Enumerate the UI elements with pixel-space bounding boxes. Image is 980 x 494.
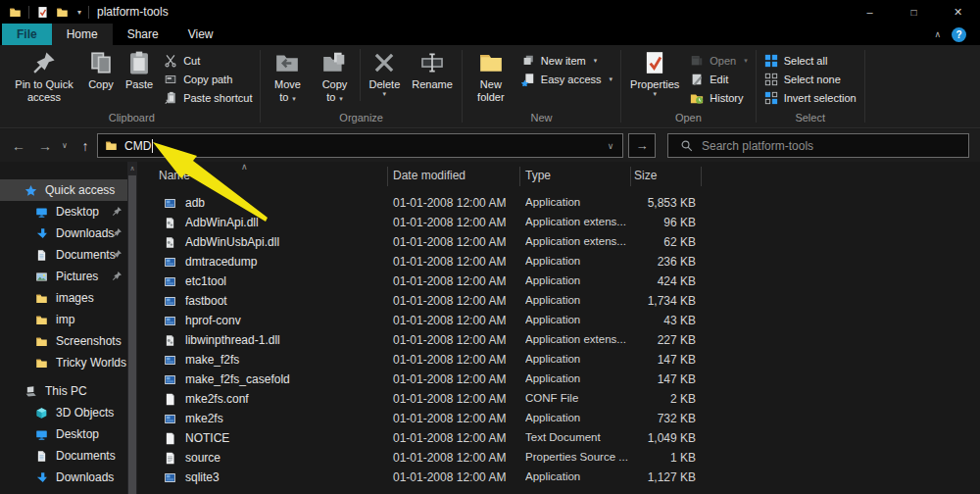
move-to-button[interactable]: Move to ▾ [264, 45, 311, 104]
back-button[interactable]: ← [8, 135, 29, 156]
go-button[interactable]: → [628, 133, 656, 158]
pin-icon[interactable] [112, 206, 122, 217]
sidebar-item-imp[interactable]: imp [0, 309, 127, 330]
file-date-modified: 01-01-2008 12:00 AM [393, 372, 506, 386]
sidebar-item-screenshots[interactable]: Screenshots [0, 330, 127, 352]
search-input[interactable] [702, 139, 947, 153]
file-row-libwinpthread-1-dll[interactable]: libwinpthread-1.dll01-01-2008 12:00 AMAp… [147, 331, 980, 351]
invert-selection-button[interactable]: Invert selection [760, 88, 861, 107]
minimize-button[interactable]: – [848, 0, 892, 24]
cut-button[interactable]: Cut [159, 51, 257, 70]
app-icon [164, 354, 176, 367]
rename-icon [419, 50, 445, 75]
sidebar-item-tricky-worlds[interactable]: Tricky Worlds [0, 352, 127, 373]
app-icon [164, 373, 176, 386]
copy-button[interactable]: Copy [82, 45, 120, 91]
file-row-fastboot[interactable]: fastboot01-01-2008 12:00 AMApplication1,… [147, 292, 980, 312]
copy-path-button[interactable]: Copy path [159, 70, 257, 88]
file-row-adbwinusbapi-dll[interactable]: AdbWinUsbApi.dll01-01-2008 12:00 AMAppli… [147, 233, 980, 253]
edit-button[interactable]: Edit [685, 70, 752, 88]
delete-button[interactable]: Delete▾ [363, 45, 406, 97]
forward-button[interactable]: → [34, 135, 56, 156]
sidebar-item-desktop[interactable]: Desktop [0, 423, 127, 445]
recent-locations-chevron-icon[interactable]: ∨ [58, 135, 72, 156]
file-row-mke2fs[interactable]: mke2fs01-01-2008 12:00 AMApplication732 … [147, 410, 980, 429]
scrollbar-thumb[interactable] [128, 175, 136, 494]
history-button[interactable]: History [685, 88, 752, 107]
file-row-mke2fs-conf[interactable]: mke2fs.conf01-01-2008 12:00 AMCONF File2… [147, 390, 980, 410]
sidebar-item-documents[interactable]: Documents [0, 445, 127, 467]
copy-to-button[interactable]: Copy to ▾ [311, 45, 358, 104]
search-icon [680, 139, 693, 152]
select-all-button[interactable]: Select all [760, 51, 861, 70]
help-icon[interactable]: ? [952, 27, 966, 42]
sidebar-item-downloads[interactable]: Downloads [0, 222, 127, 244]
tab-file[interactable]: File [2, 24, 52, 45]
cube-icon [35, 407, 48, 420]
tab-view[interactable]: View [173, 24, 228, 45]
file-row-etc1tool[interactable]: etc1tool01-01-2008 12:00 AMApplication42… [147, 272, 980, 292]
rename-button[interactable]: Rename [406, 45, 459, 91]
address-dropdown-button[interactable]: ∨ [599, 133, 623, 158]
sidebar-item-pictures[interactable]: Pictures [0, 266, 127, 287]
file-size: 424 KB [612, 274, 696, 288]
file-row-notice[interactable]: NOTICE01-01-2008 12:00 AMText Document1,… [147, 429, 980, 449]
open-button[interactable]: Open▾ [685, 51, 752, 70]
properties-button[interactable]: Properties▾ [624, 45, 685, 97]
paste-shortcut-button[interactable]: Paste shortcut [159, 88, 257, 107]
sidebar-item-this-pc[interactable]: This PC [0, 380, 127, 402]
up-button[interactable]: ↑ [74, 135, 96, 156]
sidebar-item-3d-objects[interactable]: 3D Objects [0, 402, 127, 423]
select-none-button[interactable]: Select none [760, 70, 861, 88]
scrollbar-up-icon[interactable]: ∧ [127, 162, 137, 174]
column-header-name[interactable]: Name [159, 169, 190, 182]
sidebar-item-documents[interactable]: Documents [0, 244, 127, 266]
column-header-type[interactable]: Type [525, 169, 551, 182]
sidebar-item-downloads[interactable]: Downloads [0, 467, 127, 488]
pin-to-quick-access-button[interactable]: Pin to Quick access [6, 45, 82, 104]
new-item-button[interactable]: New item▾ [516, 51, 617, 70]
sidebar-item-label: Screenshots [56, 334, 122, 348]
file-row-make-f2fs[interactable]: make_f2fs01-01-2008 12:00 AMApplication1… [147, 351, 980, 370]
column-divider [519, 167, 520, 186]
pin-icon[interactable] [112, 227, 122, 238]
sidebar-item-images[interactable]: images [0, 287, 127, 309]
qat-customize-caret-icon[interactable]: ▾ [77, 8, 81, 17]
pin-icon[interactable] [112, 271, 122, 281]
file-row-make-f2fs-casefold[interactable]: make_f2fs_casefold01-01-2008 12:00 AMApp… [147, 370, 980, 390]
select-all-icon [764, 54, 778, 68]
easy-access-button[interactable]: Easy access▾ [516, 70, 617, 88]
address-input[interactable]: CMD [97, 133, 600, 158]
button-label: Copy to ▾ [317, 78, 352, 104]
tab-container: FileHomeShareView [0, 24, 228, 45]
file-row-dmtracedump[interactable]: dmtracedump01-01-2008 12:00 AMApplicatio… [147, 253, 980, 272]
sidebar-item-label: Downloads [56, 226, 114, 240]
column-header-date-modified[interactable]: Date modified [393, 169, 466, 182]
file-row-adbwinapi-dll[interactable]: AdbWinApi.dll01-01-2008 12:00 AMApplicat… [147, 214, 980, 233]
sidebar-item-quick-access[interactable]: Quick access [0, 179, 127, 201]
tab-share[interactable]: Share [113, 24, 173, 45]
file-row-adb[interactable]: adb01-01-2008 12:00 AMApplication5,853 K… [147, 194, 980, 214]
folder-icon [35, 335, 48, 348]
ribbon-group-label: Open [624, 111, 753, 127]
button-label: Move to ▾ [270, 78, 305, 104]
close-button[interactable]: ✕ [936, 0, 980, 24]
qat-new-folder-icon[interactable] [56, 6, 69, 19]
button-label: Copy path [183, 74, 232, 85]
file-row-source[interactable]: source01-01-2008 12:00 AMProperties Sour… [147, 449, 980, 469]
file-row-hprof-conv[interactable]: hprof-conv01-01-2008 12:00 AMApplication… [147, 312, 980, 331]
paste-button[interactable]: Paste [120, 45, 159, 91]
sidebar-scrollbar[interactable]: ∧ [127, 162, 137, 494]
qat-properties-icon[interactable] [36, 6, 49, 19]
sidebar-item-desktop[interactable]: Desktop [0, 201, 127, 222]
tab-home[interactable]: Home [52, 24, 113, 45]
collapse-ribbon-icon[interactable]: ∧ [934, 29, 941, 39]
file-row-sqlite3[interactable]: sqlite301-01-2008 12:00 AMApplication1,1… [147, 469, 980, 488]
file-date-modified: 01-01-2008 12:00 AM [393, 431, 506, 445]
pin-icon[interactable] [112, 249, 122, 260]
maximize-button[interactable]: □ [892, 0, 936, 24]
column-header-size[interactable]: Size [634, 169, 657, 182]
file-date-modified: 01-01-2008 12:00 AM [393, 353, 506, 367]
new-folder-button[interactable]: New folder [466, 45, 516, 104]
folder-icon [35, 292, 48, 305]
